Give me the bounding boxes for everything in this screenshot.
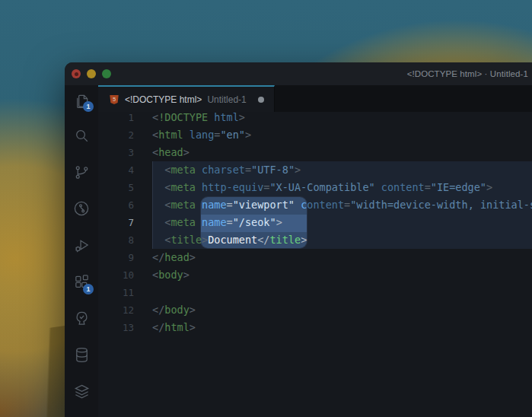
- line-content: <meta name="/seok">: [134, 214, 532, 231]
- code-line-6[interactable]: 6 <meta name="viewport" content="width=d…: [98, 196, 532, 214]
- sidebar-item-run-and-debug[interactable]: [65, 227, 98, 263]
- zoom-window-button[interactable]: [102, 69, 111, 78]
- sidebar-item-source-control[interactable]: [65, 154, 98, 190]
- code-line-5[interactable]: 5 <meta http-equiv="X-UA-Compatible" con…: [98, 179, 532, 196]
- line-content: <title>Document</title>: [134, 231, 532, 249]
- sidebar-item-layers[interactable]: [65, 373, 98, 409]
- tab-detail: Untitled-1: [207, 94, 246, 105]
- code-line-12[interactable]: 12</body>: [98, 301, 532, 319]
- line-content: </html>: [134, 319, 532, 336]
- line-number[interactable]: 5: [98, 179, 134, 196]
- sidebar-item-database[interactable]: [65, 336, 98, 373]
- line-number[interactable]: 9: [98, 249, 134, 266]
- line-number[interactable]: 4: [98, 161, 134, 179]
- tab-bar: 5 <!DOCTYPE html> Untitled-1: [98, 85, 532, 112]
- line-number[interactable]: 6: [98, 196, 134, 214]
- sidebar-item-commit-graph[interactable]: [65, 190, 98, 227]
- code-line-10[interactable]: 10<body>: [98, 266, 532, 284]
- code-line-13[interactable]: 13</html>: [98, 319, 532, 336]
- layers-icon: [73, 383, 91, 400]
- code-lines: 1<!DOCTYPE html>2<html lang="en">3<head>…: [98, 112, 532, 336]
- svg-text:5: 5: [113, 96, 116, 103]
- minimize-window-button[interactable]: [87, 69, 96, 78]
- code-line-7[interactable]: 7 <meta name="/seok">: [98, 214, 532, 231]
- vscode-window: <!DOCTYPE html> · Untitled-1 1: [65, 62, 532, 417]
- line-content: <meta name="viewport" content="width=dev…: [134, 196, 532, 214]
- extensions-badge: 1: [83, 284, 94, 294]
- tab-untitled-1[interactable]: 5 <!DOCTYPE html> Untitled-1: [98, 85, 275, 112]
- line-content: <meta http-equiv="X-UA-Compatible" conte…: [134, 179, 532, 196]
- search-icon: [73, 127, 91, 145]
- code-line-11[interactable]: 11: [98, 284, 532, 301]
- html5-icon: 5: [109, 94, 119, 106]
- sidebar-item-todo-tree[interactable]: [65, 300, 98, 336]
- line-number[interactable]: 7: [98, 214, 134, 231]
- line-number[interactable]: 12: [98, 301, 134, 319]
- code-editor[interactable]: 1<!DOCTYPE html>2<html lang="en">3<head>…: [98, 112, 532, 417]
- tree-check-icon: [73, 310, 91, 327]
- explorer-badge: 1: [83, 101, 94, 112]
- line-content: [134, 284, 532, 301]
- sidebar-item-explorer[interactable]: 1: [65, 85, 98, 117]
- sidebar-item-extensions[interactable]: 1: [65, 263, 98, 300]
- traffic-lights: [65, 69, 111, 78]
- line-content: <meta charset="UTF-8">: [134, 161, 532, 179]
- line-number[interactable]: 13: [98, 319, 134, 336]
- line-content: <html lang="en">: [134, 126, 532, 144]
- line-content: <body>: [134, 266, 532, 284]
- line-number[interactable]: 11: [98, 284, 134, 301]
- git-branch-icon: [73, 164, 91, 181]
- line-number[interactable]: 1: [98, 112, 134, 126]
- debug-play-icon: [73, 237, 91, 254]
- activity-bar: 1: [65, 85, 98, 417]
- modified-dot-icon[interactable]: [258, 97, 264, 103]
- code-line-4[interactable]: 4 <meta charset="UTF-8">: [98, 161, 532, 179]
- line-number[interactable]: 10: [98, 266, 134, 284]
- code-line-3[interactable]: 3<head>: [98, 144, 532, 161]
- line-content: </head>: [134, 249, 532, 266]
- window-titlebar[interactable]: <!DOCTYPE html> · Untitled-1: [65, 62, 532, 85]
- screenshot-root: <!DOCTYPE html> · Untitled-1 1: [0, 0, 532, 417]
- line-number[interactable]: 2: [98, 126, 134, 144]
- close-window-button[interactable]: [72, 69, 81, 78]
- line-content: <!DOCTYPE html>: [134, 112, 532, 126]
- code-line-9[interactable]: 9</head>: [98, 249, 532, 266]
- code-line-8[interactable]: 8 <title>Document</title>: [98, 231, 532, 249]
- line-number[interactable]: 8: [98, 231, 134, 249]
- line-content: <head>: [134, 144, 532, 161]
- database-icon: [73, 346, 91, 364]
- tab-label: <!DOCTYPE html>: [125, 94, 202, 105]
- window-title: <!DOCTYPE html> · Untitled-1: [407, 62, 528, 85]
- code-line-2[interactable]: 2<html lang="en">: [98, 126, 532, 144]
- line-content: </body>: [134, 301, 532, 319]
- commit-graph-icon: [72, 199, 91, 218]
- sidebar-item-search[interactable]: [65, 117, 98, 154]
- code-line-1[interactable]: 1<!DOCTYPE html>: [98, 112, 532, 126]
- line-number[interactable]: 3: [98, 144, 134, 161]
